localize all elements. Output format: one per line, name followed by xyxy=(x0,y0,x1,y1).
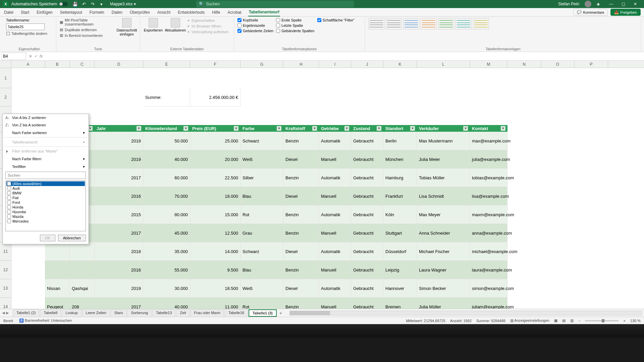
filter-dropdown-icon[interactable] xyxy=(137,126,141,131)
cell[interactable]: 2016 xyxy=(95,261,143,279)
row-header[interactable]: 13 xyxy=(0,279,11,298)
cell[interactable]: Benzin xyxy=(283,224,319,242)
filter-value-item[interactable]: Ford xyxy=(6,200,85,205)
tab-start[interactable]: Start xyxy=(20,9,30,16)
style-sw[interactable] xyxy=(386,18,402,29)
cell[interactable]: tobias@example.com xyxy=(470,169,507,187)
cell[interactable]: Benzin xyxy=(283,169,319,187)
sort-za[interactable]: Z↓Von Z bis A sortieren xyxy=(3,121,89,129)
formula-input[interactable] xyxy=(45,53,644,60)
cell[interactable]: Stuttgart xyxy=(383,224,417,242)
save-icon[interactable]: 💾 xyxy=(72,1,78,7)
filter-dropdown-icon[interactable] xyxy=(312,126,317,131)
cell[interactable]: Diesel xyxy=(283,279,319,298)
cell[interactable]: 55.000 xyxy=(143,261,190,279)
col-header[interactable]: B xyxy=(45,61,70,68)
cell[interactable]: Automatik xyxy=(319,132,351,150)
cell[interactable]: Anna Schneider xyxy=(417,224,470,242)
minimize-button[interactable]: — xyxy=(605,0,617,8)
row-header[interactable]: 1 xyxy=(0,68,11,88)
horizontal-scrollbar[interactable] xyxy=(289,311,642,315)
style-sw[interactable] xyxy=(403,18,419,29)
cell[interactable]: 2017 xyxy=(95,224,143,242)
opt-filter-btn[interactable]: Schaltfläche "Filter" xyxy=(317,18,355,22)
toggle-icon[interactable] xyxy=(59,2,68,6)
table-header-cell[interactable]: Jahr xyxy=(95,125,143,132)
filter-dropdown-icon[interactable] xyxy=(463,126,468,131)
cell[interactable]: Julia Meier xyxy=(417,150,470,169)
cell[interactable]: Tobias Müller xyxy=(417,169,470,187)
col-header[interactable]: O xyxy=(541,61,575,68)
cell[interactable]: 11.000 xyxy=(190,298,240,309)
text-filter[interactable]: Textfilter▸ xyxy=(3,163,89,170)
cell[interactable]: Weiß xyxy=(240,150,283,169)
cell[interactable]: Gebraucht xyxy=(351,205,383,224)
cell[interactable]: 14.000 xyxy=(190,242,240,261)
filter-ok-button[interactable]: OK xyxy=(40,235,55,241)
cell[interactable]: 25.000 xyxy=(190,132,240,150)
cell[interactable]: Qashqai xyxy=(70,279,95,298)
filename-dropdown-icon[interactable]: ▾ xyxy=(134,2,136,6)
sheet-tab[interactable]: Leere Zeilen xyxy=(82,309,110,317)
cell[interactable]: Rot xyxy=(240,298,283,309)
cell[interactable]: Manuell xyxy=(319,150,351,169)
filter-cancel-button[interactable]: Abbrechen xyxy=(58,235,86,241)
cell[interactable]: 2019 xyxy=(95,279,143,298)
row-header[interactable]: 12 xyxy=(0,261,11,279)
cell[interactable]: 70.000 xyxy=(143,187,190,205)
cell[interactable]: Gebraucht xyxy=(351,224,383,242)
cell[interactable]: 18.500 xyxy=(190,279,240,298)
sort-color[interactable]: Nach Farbe sortieren▸ xyxy=(3,129,89,136)
cell[interactable]: Manuell xyxy=(319,187,351,205)
cell[interactable]: simon@example.com xyxy=(470,279,507,298)
row-header[interactable]: 14 xyxy=(0,298,11,309)
row-header[interactable]: 2 xyxy=(0,88,11,107)
table-header-cell[interactable]: Zustand xyxy=(351,125,383,132)
cell[interactable]: Silber xyxy=(240,169,283,187)
cell[interactable]: Leipzig xyxy=(383,261,417,279)
table-header-cell[interactable]: Farbe xyxy=(240,125,283,132)
cell[interactable]: 12.500 xyxy=(190,224,240,242)
cell[interactable]: Hannover xyxy=(383,279,417,298)
cell[interactable]: Benzin xyxy=(283,261,319,279)
sheet-tab[interactable]: Tabelle16 xyxy=(225,309,248,317)
cell[interactable]: Frankfurt xyxy=(383,187,417,205)
style-sw[interactable] xyxy=(368,18,384,29)
sheet-tab[interactable]: Tabelle13 xyxy=(152,309,175,317)
col-header[interactable]: L xyxy=(417,61,470,68)
diamond-icon[interactable]: ◈ xyxy=(597,2,600,6)
sheet-tab[interactable]: Frau oder Mann xyxy=(191,309,224,317)
sheet-tab[interactable]: Sortierung xyxy=(127,309,152,317)
col-header[interactable]: D xyxy=(95,61,143,68)
cell[interactable]: 2018 xyxy=(95,132,143,150)
filter-value-item[interactable]: Mercedes xyxy=(6,219,85,224)
table-header-cell[interactable]: Standort xyxy=(383,125,417,132)
filter-search-input[interactable] xyxy=(5,172,86,179)
cell[interactable]: Manuell xyxy=(319,224,351,242)
col-header[interactable]: H xyxy=(283,61,319,68)
cell[interactable]: Diesel xyxy=(283,150,319,169)
cell[interactable]: 20.000 xyxy=(190,150,240,169)
tab-datei[interactable]: Datei xyxy=(3,9,14,16)
cell[interactable]: Gebraucht xyxy=(351,150,383,169)
cell[interactable] xyxy=(45,261,70,279)
cell[interactable]: Grau xyxy=(240,224,283,242)
accessibility-status[interactable]: ♿ Barrierefreiheit: Untersuchen xyxy=(19,318,72,323)
filter-dropdown-icon[interactable] xyxy=(344,126,349,131)
cell[interactable] xyxy=(45,242,70,261)
tablename-input[interactable] xyxy=(6,23,45,30)
tab-formeln[interactable]: Formeln xyxy=(89,9,105,16)
cell[interactable]: Blau xyxy=(240,261,283,279)
refresh-button[interactable]: Aktualisieren xyxy=(166,18,185,32)
cell[interactable]: Benzin xyxy=(283,132,319,150)
cell[interactable]: Benzin xyxy=(283,298,319,309)
col-header[interactable]: J xyxy=(351,61,383,68)
cell[interactable]: Blau xyxy=(240,187,283,205)
filter-dropdown-icon[interactable] xyxy=(410,126,415,131)
cell[interactable]: Michael Fischer xyxy=(417,242,470,261)
cell[interactable]: 2018 xyxy=(95,242,143,261)
tab-daten[interactable]: Daten xyxy=(111,9,123,16)
table-header-cell[interactable]: Kilometerstand xyxy=(143,125,190,132)
sort-az[interactable]: A↓Von A bis Z sortieren xyxy=(3,114,89,121)
cell[interactable]: Bremen xyxy=(383,298,417,309)
